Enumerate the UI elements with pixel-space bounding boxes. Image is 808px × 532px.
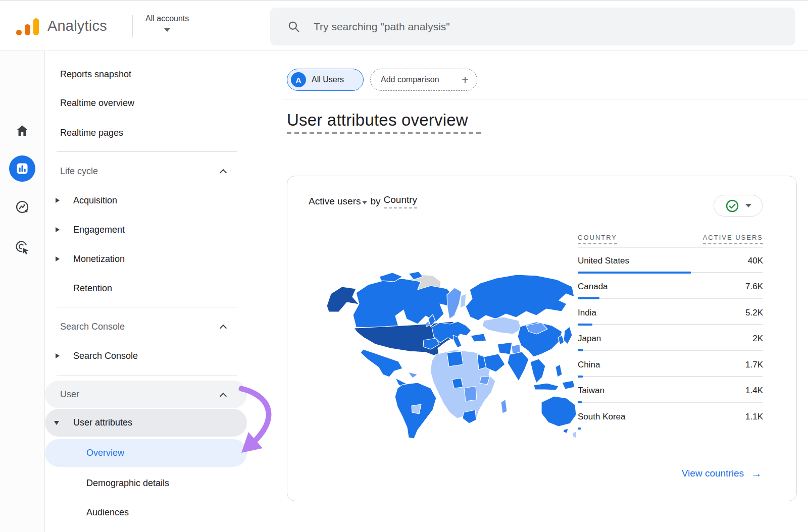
header-divider [282,99,808,99]
search-input[interactable] [314,21,718,33]
table-row: Canada 7.6K [578,274,763,300]
expand-caret-icon [56,256,60,261]
expand-caret-icon [56,227,60,232]
value-bar [578,297,599,299]
metric-selector[interactable]: Active users [309,196,361,207]
region-mexico [361,349,402,377]
world-map [304,255,576,442]
topbar-divider [132,15,133,37]
sidebar-item-engagement[interactable]: Engagement [45,216,247,244]
expand-caret-icon [56,353,60,358]
value-bar [578,349,583,351]
region-philippines [556,364,562,377]
sidebar-divider [57,307,237,307]
region-south-africa [463,410,476,423]
sidebar-item-user-attributes[interactable]: User attributes [45,409,247,437]
geo-overview-card: Active users by Country [287,176,797,501]
world-map-regions [327,272,576,439]
advertising-icon [15,240,30,255]
sidebar-item-realtime-pages[interactable]: Realtime pages [45,119,247,147]
sidebar-item-search-console[interactable]: Search Console [45,342,247,370]
page-title: User attributes overview [287,111,468,130]
column-header-active-users[interactable]: ACTIVE USERS [703,234,763,244]
region-ireland [426,321,429,327]
explore-icon [15,199,30,215]
column-header-country[interactable]: COUNTRY [578,234,617,244]
search-icon [287,20,300,33]
value-bar [578,272,691,274]
chevron-down-icon [164,28,170,32]
chevron-down-icon[interactable] [362,201,367,204]
view-countries-link[interactable]: View countries → [682,467,762,480]
sidebar-item-realtime-overview[interactable]: Realtime overview [45,89,247,117]
region-finland [460,294,466,308]
value-bar [578,401,582,403]
sidebar-item-reports-snapshot[interactable]: Reports snapshot [45,60,247,88]
sidebar-item-demographic-details[interactable]: Demographic details [45,469,247,497]
sidebar-item-retention[interactable]: Retention [45,274,247,302]
account-switcher[interactable]: All accounts [145,14,189,34]
region-drc [464,386,477,401]
region-algeria [447,351,463,366]
app-title: Analytics [47,18,107,34]
global-search[interactable] [270,8,795,45]
plus-icon: + [462,74,469,86]
page-title-dashed-underline [287,132,484,134]
sidebar-divider [57,376,237,376]
region-india [508,352,529,381]
region-southeast-asia [530,359,545,383]
card-title: Active users by Country [309,194,417,208]
left-icon-rail [0,51,45,532]
region-cuba [408,372,418,378]
sidebar-section-search-console[interactable]: Search Console [45,312,247,341]
reports-icon [16,162,29,175]
region-iran [497,342,512,354]
value-bar [578,324,592,326]
sidebar-item-audiences[interactable]: Audiences [45,498,247,526]
sidebar-divider [57,151,237,152]
sidebar-section-user[interactable]: User [45,381,247,408]
top-app-bar: Analytics All accounts [0,0,808,50]
table-row: Japan 2K [578,326,763,352]
region-nigeria [452,378,463,388]
countries-table: COUNTRY ACTIVE USERS United States 40K C… [578,227,763,430]
table-row: United States 40K [578,248,763,274]
rail-explore-button[interactable] [15,199,30,217]
arrow-right-icon: → [751,467,762,480]
annotation-arrow-icon [222,374,283,459]
chevron-down-icon [745,204,751,207]
region-new-guinea [562,381,575,389]
expand-caret-icon [56,198,60,203]
all-users-comparison-chip[interactable]: A All Users [287,69,364,91]
account-switcher-label: All accounts [145,14,189,23]
table-row: China 1.7K [578,352,763,378]
reports-sidebar: Reports snapshot Realtime overview Realt… [45,50,273,532]
comparison-badge: A [291,72,306,87]
sidebar-item-overview-selected[interactable]: Overview [45,439,247,467]
collapse-chevron-icon [220,169,227,176]
data-quality-dropdown[interactable] [714,195,763,217]
active-nav-circle [9,155,35,182]
rail-home-button[interactable] [15,124,29,140]
collapse-chevron-icon [220,325,227,332]
region-madagascar [501,399,507,413]
region-bolivia [412,404,421,414]
region-tasmania [563,429,568,433]
region-alaska [327,287,359,312]
region-scandinavia [447,288,462,319]
sidebar-item-acquisition[interactable]: Acquisition [45,186,247,215]
google-analytics-logo-icon [15,17,41,36]
rail-reports-button[interactable] [9,155,35,182]
add-comparison-button[interactable]: Add comparison + [370,69,477,91]
region-turkey [471,334,486,342]
table-row: South Korea 1.1K [578,404,763,430]
rail-advertising-button[interactable] [15,240,30,257]
region-italy [453,335,462,348]
sidebar-section-life-cycle[interactable]: Life cycle [45,157,247,185]
check-circle-icon [725,199,739,213]
sidebar-item-monetization[interactable]: Monetization [45,245,247,273]
table-row: Taiwan 1.4K [578,378,763,404]
dimension-selector[interactable]: Country [384,194,418,208]
region-indonesia [534,383,559,390]
collapse-caret-icon [54,421,59,425]
